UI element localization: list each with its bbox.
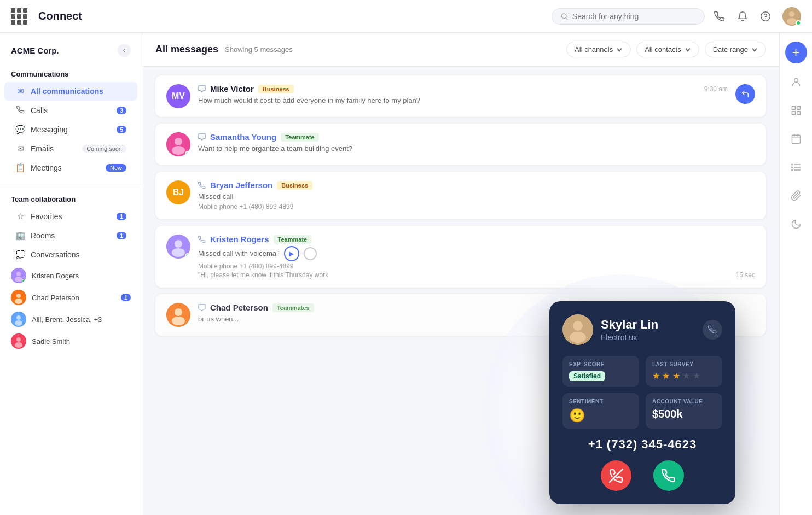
messages-area: All messages Showing 5 messages All chan… xyxy=(142,33,779,515)
msg-text-kr: Missed call with voicemail xyxy=(198,249,280,259)
calls-icon xyxy=(15,106,25,115)
call-accept-button[interactable] xyxy=(653,460,684,491)
filter-channels[interactable]: All channels xyxy=(566,42,631,57)
section-communications-title: Communications xyxy=(0,66,142,81)
topnav: Connect xyxy=(0,0,812,33)
sidebar-label-favorites: Favorites xyxy=(31,212,111,221)
sidebar-label-calls: Calls xyxy=(31,106,111,115)
msg-content-kr: Kristen Rogers Teammate Missed call with… xyxy=(198,235,728,279)
svg-point-31 xyxy=(794,78,798,82)
paperclip-icon[interactable] xyxy=(786,186,806,206)
msg-content-mv: Mike Victor Business 9:30 am How much wo… xyxy=(198,84,728,106)
sidebar-item-calls[interactable]: Calls 3 xyxy=(4,101,137,120)
sentiment-emoji: 🙂 xyxy=(569,408,633,423)
chevron-down-icon-3 xyxy=(751,46,758,53)
message-item-kristen-rogers[interactable]: Kristen Rogers Teammate Missed call with… xyxy=(155,226,766,288)
user-avatar[interactable] xyxy=(782,7,801,26)
list-icon[interactable] xyxy=(786,157,806,177)
svg-line-1 xyxy=(566,17,567,19)
sidebar-collapse-btn[interactable]: ‹ xyxy=(118,44,131,57)
bell-icon[interactable] xyxy=(736,10,749,22)
conv-item-sadie[interactable]: Sadie Smith xyxy=(0,330,142,352)
svg-point-13 xyxy=(16,315,21,320)
svg-point-19 xyxy=(175,138,182,145)
call-icon-kr xyxy=(198,236,206,243)
call-phone-number: +1 (732) 345-4623 xyxy=(562,437,722,452)
filter-contacts[interactable]: All contacts xyxy=(636,42,699,57)
calendar-icon[interactable] xyxy=(786,129,806,149)
sentiment-label: SENTIMENT xyxy=(569,399,633,405)
add-button[interactable]: + xyxy=(785,42,807,63)
reply-button-mv[interactable] xyxy=(735,84,755,104)
message-item-bryan-jefferson[interactable]: BJ Bryan Jefferson Business Missed call … xyxy=(155,172,766,219)
sidebar-item-meetings[interactable]: 📋 Meetings New xyxy=(4,159,137,177)
company-name: ACME Corp. xyxy=(11,46,59,55)
msg-avatar-cp xyxy=(166,303,190,327)
grid-icon[interactable] xyxy=(786,101,806,120)
phone-icon[interactable] xyxy=(714,10,726,22)
svg-point-23 xyxy=(172,248,185,257)
star-1: ★ xyxy=(652,371,660,381)
emails-badge: Coming soon xyxy=(82,145,126,153)
sidebar-item-all-communications[interactable]: ✉ All communications xyxy=(4,82,137,101)
message-item-mike-victor[interactable]: MV Mike Victor Business 9:30 am How much… xyxy=(155,75,766,117)
conv-item-alli[interactable]: Alli, Brent, Jessica, +3 xyxy=(0,308,142,330)
svg-rect-34 xyxy=(792,112,795,115)
sidebar-item-messaging[interactable]: 💬 Messaging 5 xyxy=(4,120,137,139)
msg-content-bj: Bryan Jefferson Business Missed call Mob… xyxy=(198,180,755,210)
svg-point-44 xyxy=(791,167,792,168)
star-4: ★ xyxy=(682,371,690,381)
msg-tag-kr: Teammate xyxy=(274,235,312,244)
chad-conv-badge: 1 xyxy=(121,294,131,301)
msg-name-mv: Mike Victor xyxy=(210,84,254,93)
call-decline-button[interactable] xyxy=(601,460,631,491)
msg-avatar-mv: MV xyxy=(166,84,190,108)
call-stats: EXP. SCORE Satisfied LAST SURVEY ★ ★ ★ ★… xyxy=(562,356,722,429)
chevron-down-icon xyxy=(616,46,623,53)
msg-name-kr: Kristen Rogers xyxy=(210,235,269,244)
conv-item-chad[interactable]: Chad Peterson 1 xyxy=(0,286,142,308)
call-card-minimize-btn[interactable] xyxy=(703,320,722,340)
search-input[interactable] xyxy=(572,12,695,21)
sidebar-label-conversations: Conversations xyxy=(31,250,126,259)
voicemail-controls-kr: Missed call with voicemail ▶ xyxy=(198,246,728,261)
account-value: $500k xyxy=(652,408,716,420)
sidebar-item-emails[interactable]: ✉ Emails Coming soon xyxy=(4,139,137,158)
svg-point-10 xyxy=(16,294,21,298)
conv-item-kristen[interactable]: Kristen Rogers xyxy=(0,265,142,286)
meetings-badge: New xyxy=(106,164,126,172)
sidebar-label-messaging: Messaging xyxy=(31,125,111,134)
exp-score-value: Satisfied xyxy=(569,371,605,381)
conv-avatar-sadie xyxy=(11,333,26,349)
svg-point-22 xyxy=(175,240,182,248)
msg-tag-bj: Business xyxy=(277,181,312,190)
sidebar-item-conversations[interactable]: 💭 Conversations xyxy=(4,245,137,264)
person-icon[interactable] xyxy=(786,72,806,92)
message-item-samantha-young[interactable]: Samantha Young Teammate Want to help me … xyxy=(155,124,766,165)
section-team-title: Team collaboration xyxy=(0,191,142,207)
call-card-company: ElectroLux xyxy=(601,333,695,342)
conv-avatar-kristen xyxy=(11,268,26,283)
svg-point-43 xyxy=(791,164,792,165)
msg-avatar-bj: BJ xyxy=(166,180,190,204)
app-grid-icon[interactable] xyxy=(11,8,27,25)
svg-point-4 xyxy=(789,11,794,17)
sentiment-stat: SENTIMENT 🙂 xyxy=(562,393,639,429)
moon-icon[interactable] xyxy=(786,214,806,234)
sidebar-item-favorites[interactable]: ☆ Favorites 1 xyxy=(4,207,137,226)
play-button-kr[interactable]: ▶ xyxy=(284,246,299,261)
filter-date[interactable]: Date range xyxy=(705,42,766,57)
call-icon-bj xyxy=(198,182,206,189)
call-card-avatar xyxy=(562,314,593,345)
app-title: Connect xyxy=(38,10,543,22)
svg-point-17 xyxy=(15,342,22,348)
svg-point-7 xyxy=(16,272,21,276)
msg-avatar-kr xyxy=(166,235,190,259)
help-icon[interactable] xyxy=(759,10,772,22)
svg-point-25 xyxy=(175,308,182,316)
msg-time-mv: 9:30 am xyxy=(704,85,728,93)
star-2: ★ xyxy=(662,371,670,381)
sidebar-item-rooms[interactable]: 🏢 Rooms 1 xyxy=(4,226,137,245)
sidebar-label-all-comms: All communications xyxy=(31,87,126,96)
search-bar[interactable] xyxy=(552,8,705,25)
